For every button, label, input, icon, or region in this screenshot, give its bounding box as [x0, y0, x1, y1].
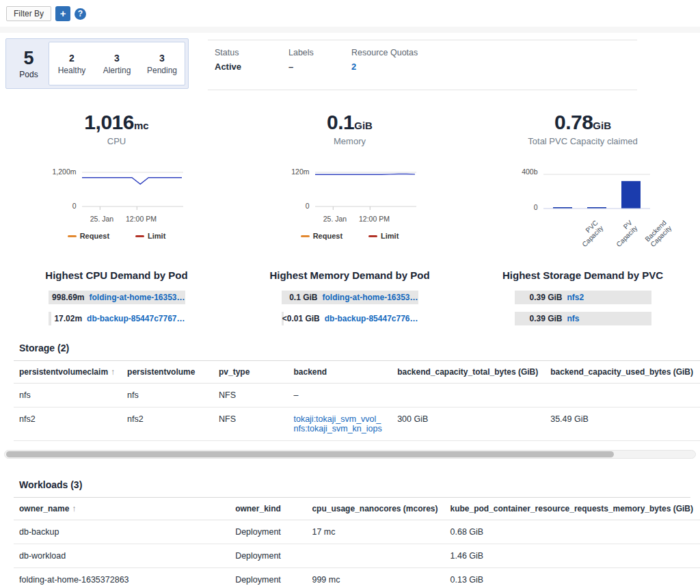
table-row: nfs nfs NFS – — [14, 384, 700, 407]
cell-pvc: nfs2 — [14, 407, 122, 441]
pods-state-alerting[interactable]: 3 Alerting — [94, 42, 139, 85]
highest-memory-demand-list: 0.1 GiBfolding-at-home-16353… <0.01 GiBd… — [282, 291, 418, 333]
memory-metric-label: Memory — [334, 136, 366, 146]
alerting-count: 3 — [114, 53, 120, 64]
storage-table: persistentvolumeclaim↑ persistentvolume … — [14, 361, 700, 441]
cell-memory: 1.46 GiB — [445, 544, 700, 568]
cell-pvc: nfs — [14, 384, 122, 407]
filter-by-button[interactable]: Filter By — [6, 6, 51, 21]
legend-item[interactable]: Limit — [135, 232, 165, 240]
pods-summary-card[interactable]: 5 Pods 2 Healthy 3 Alerting 3 Pending — [5, 38, 189, 89]
col-cpu-usage[interactable]: cpu_usage_nanocores (mcores) — [306, 498, 444, 520]
filter-bar: Filter By + ? — [0, 0, 700, 27]
pvc-link[interactable]: nfs — [567, 314, 580, 323]
memory-number: 0.1 — [327, 111, 354, 134]
pod-link[interactable]: folding-at-home-16353… — [89, 293, 185, 302]
pending-count: 3 — [159, 53, 165, 64]
cpu-number: 1,016 — [84, 111, 134, 134]
storage-table-viewport: persistentvolumeclaim↑ persistentvolume … — [14, 361, 700, 441]
cpu-value: 1,016 mc — [84, 111, 148, 134]
pods-total[interactable]: 5 Pods — [9, 42, 49, 85]
cell-memory: 0.13 GiB — [445, 568, 700, 588]
highest-storage-demand: Highest Storage Demand by PVC 0.39 GiBnf… — [466, 269, 699, 333]
pods-state-pending[interactable]: 3 Pending — [139, 42, 185, 85]
metrics-row: 1,016 mc CPU 1,200m0 25. Jan12:00 PMRequ… — [0, 111, 700, 249]
cell-memory: 0.68 GiB — [445, 520, 700, 544]
demand-value: <0.01 GiB — [282, 314, 320, 323]
legend-dash — [68, 235, 77, 237]
backend-link[interactable]: tokaji:tokaji_svm_vvol_nfs:tokaji_svm_kn… — [293, 414, 381, 433]
cpu-metric-label: CPU — [107, 136, 126, 146]
legend-dash — [301, 235, 310, 237]
legend-item[interactable]: Limit — [368, 232, 399, 240]
highest-storage-demand-list: 0.39 GiBnfs2 0.39 GiBnfs — [515, 291, 651, 333]
demand-item: 0.39 GiBnfs2 — [515, 291, 651, 304]
storage-capacity-chart: 400b0 PVCCapacityPVCapacityBackendCapaci… — [515, 170, 651, 249]
cell-owner-kind: Deployment — [230, 520, 306, 544]
workloads-section: Workloads (3) owner_name↑ owner_kind cpu… — [14, 479, 700, 588]
memory-value: 0.1 GiB — [327, 111, 373, 134]
add-filter-button[interactable]: + — [55, 6, 70, 21]
y-axis-labels: 1,200m0 — [49, 170, 81, 211]
col-owner-name[interactable]: owner_name↑ — [14, 498, 230, 520]
sort-asc-icon: ↑ — [72, 504, 76, 513]
resource-quotas-link[interactable]: 2 — [351, 62, 418, 72]
highest-memory-demand-title: Highest Memory Demand by Pod — [269, 269, 429, 281]
pods-state-healthy[interactable]: 2 Healthy — [49, 42, 94, 85]
pods-count: 5 — [23, 48, 33, 68]
pods-states: 2 Healthy 3 Alerting 3 Pending — [49, 42, 185, 85]
cpu-usage-chart: 1,200m0 25. Jan12:00 PMRequestLimit — [49, 170, 185, 240]
cell-capacity-used: 35.49 GiB — [545, 407, 700, 441]
memory-unit: GiB — [354, 120, 373, 131]
x-axis-label: 25. Jan — [323, 215, 347, 223]
table-row: db-backup Deployment 17 mc 0.68 GiB — [14, 520, 700, 544]
table-row: db-workload Deployment 1.46 GiB — [14, 544, 700, 568]
col-persistentvolume[interactable]: persistentvolume — [122, 361, 213, 384]
resource-quotas-label: Resource Quotas — [351, 48, 418, 57]
col-backend[interactable]: backend — [288, 361, 392, 384]
healthy-count: 2 — [69, 53, 75, 64]
legend-item[interactable]: Request — [301, 232, 342, 240]
pod-link[interactable]: folding-at-home-16353… — [322, 293, 418, 302]
col-owner-kind[interactable]: owner_kind — [230, 498, 306, 520]
chart-svg — [314, 170, 418, 211]
cell-pv-type: NFS — [213, 384, 288, 407]
status-label: Status — [215, 48, 288, 57]
cell-owner-name: folding-at-home-1635372863 — [14, 568, 230, 588]
legend-dash — [135, 235, 144, 237]
demand-value: 17.02m — [49, 314, 83, 323]
cell-cpu: 999 mc — [306, 568, 444, 588]
cell-cpu — [306, 544, 444, 568]
chart-svg — [542, 170, 651, 212]
pvc-metric-label: Total PVC Capacity claimed — [528, 136, 637, 146]
cpu-metric: 1,016 mc CPU 1,200m0 25. Jan12:00 PMRequ… — [0, 111, 233, 249]
workloads-section-title: Workloads (3) — [14, 479, 700, 497]
help-icon[interactable]: ? — [75, 8, 86, 20]
pods-label: Pods — [19, 70, 38, 79]
cell-owner-name: db-backup — [14, 520, 230, 544]
chart-svg — [81, 170, 185, 211]
storage-section-title: Storage (2) — [14, 343, 700, 360]
table-row: nfs2 nfs2 NFS tokaji:tokaji_svm_vvol_nfs… — [14, 407, 700, 441]
x-axis-label: 25. Jan — [90, 215, 113, 223]
horizontal-scrollbar-track[interactable] — [4, 450, 696, 459]
col-persistentvolumeclaim[interactable]: persistentvolumeclaim↑ — [14, 361, 122, 384]
col-memory-requests[interactable]: kube_pod_container_resource_requests_mem… — [445, 498, 700, 520]
pod-link[interactable]: db-backup-85447c776… — [325, 314, 418, 323]
horizontal-scrollbar-thumb[interactable] — [6, 451, 614, 457]
cell-cpu: 17 mc — [306, 520, 444, 544]
workloads-table: owner_name↑ owner_kind cpu_usage_nanocor… — [14, 498, 700, 588]
pod-link[interactable]: db-backup-85447c7767… — [87, 314, 185, 323]
labels-value: – — [288, 62, 351, 72]
status-panel: Status Active Labels – Resource Quotas 2 — [208, 40, 637, 90]
y-axis-labels: 400b0 — [515, 170, 542, 212]
col-backend-capacity-total[interactable]: backend_capacity_total_bytes (GiB) — [392, 361, 545, 384]
demand-value: 0.39 GiB — [515, 293, 563, 302]
section-divider — [0, 27, 700, 33]
pvc-link[interactable]: nfs2 — [567, 293, 584, 302]
sort-asc-icon: ↑ — [111, 367, 115, 377]
col-pv-type[interactable]: pv_type — [213, 361, 288, 384]
col-backend-capacity-used[interactable]: backend_capacity_used_bytes (GiB) — [545, 361, 700, 384]
legend-item[interactable]: Request — [68, 232, 109, 240]
top-demand-row: Highest CPU Demand by Pod 998.69mfolding… — [0, 269, 700, 333]
